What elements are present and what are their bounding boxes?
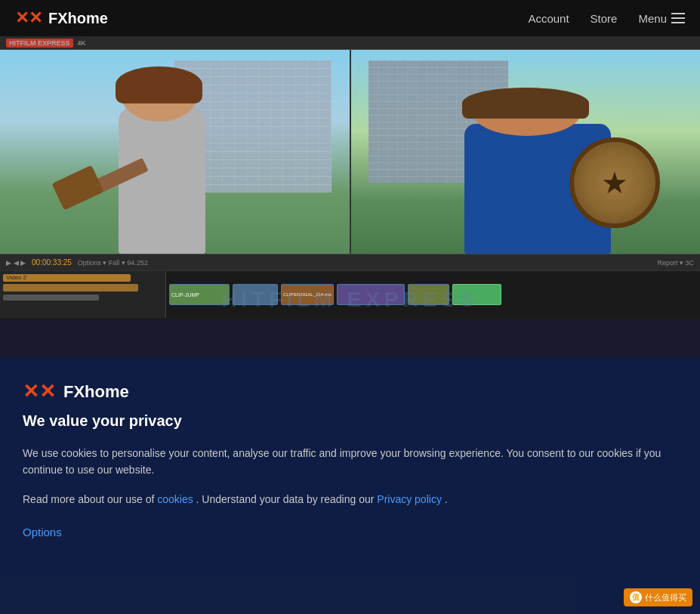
privacy-brand-name: FXhome xyxy=(63,382,129,402)
store-link[interactable]: Store xyxy=(591,12,618,25)
report-option: Report ▾ 3C xyxy=(657,259,694,267)
privacy-logo: ✕✕ FXhome xyxy=(23,380,677,403)
track-labels: Video 2 xyxy=(0,271,166,318)
account-link[interactable]: Account xyxy=(528,12,569,25)
privacy-body: We use cookies to personalise your conte… xyxy=(23,445,677,479)
privacy-title: We value your privacy xyxy=(23,412,677,430)
track-label-1: Video 2 xyxy=(3,274,131,282)
timeline-controls: ▶ ◀ ▶ 00:00:33:25 Options ▾ Fall ▾ 94.25… xyxy=(0,255,700,271)
viewport-left xyxy=(0,50,351,254)
fxhome-logo-icon: ✕✕ xyxy=(15,8,42,28)
hamburger-icon xyxy=(671,13,685,23)
badge-text: 什么值得买 xyxy=(645,592,686,603)
menu-button[interactable]: Menu xyxy=(638,12,685,25)
timeline-icon: ▶ ◀ ▶ xyxy=(6,259,26,267)
viewport-right: ★ xyxy=(351,50,701,254)
nav-brand-name: FXhome xyxy=(48,10,108,27)
links-prefix: Read more about our use of xyxy=(23,493,154,505)
track-label-3 xyxy=(3,295,99,301)
watermark: HITFILM EXPRESS xyxy=(221,288,478,312)
cookies-link[interactable]: cookies xyxy=(157,493,193,505)
person-right: ★ xyxy=(403,81,648,255)
privacy-policy-link[interactable]: Privacy policy xyxy=(377,493,442,505)
links-mid: . Understand your data by reading our xyxy=(196,493,375,505)
badge-icon: 值 xyxy=(630,591,642,603)
shield-star: ★ xyxy=(601,168,628,198)
person-left-torso xyxy=(119,107,205,254)
app-top-bar: HITFILM EXPRESS 4K xyxy=(0,36,700,50)
nav-links: Account Store Menu xyxy=(528,12,685,25)
app-badge-4k: 4K xyxy=(78,39,86,47)
nav-logo[interactable]: ✕✕ FXhome xyxy=(15,8,108,28)
timecode: 00:00:33:25 xyxy=(32,258,72,267)
links-suffix: . xyxy=(445,493,448,505)
shield: ★ xyxy=(569,137,660,228)
hero-area: HITFILM EXPRESS 4K xyxy=(0,36,700,319)
privacy-logo-icon: ✕✕ xyxy=(23,380,56,403)
person-left xyxy=(88,70,245,254)
watermark-badge: 值 什么值得买 xyxy=(624,588,692,606)
hitfilm-screenshot: HITFILM EXPRESS 4K xyxy=(0,36,700,319)
clip-1: CLIP-JUMP xyxy=(169,284,230,305)
track-label-2 xyxy=(3,284,138,292)
timeline-options: Options ▾ Fall ▾ 94.252 xyxy=(78,259,148,267)
app-viewport: ★ xyxy=(0,50,700,254)
navbar: ✕✕ FXhome Account Store Menu xyxy=(0,0,700,36)
privacy-overlay: ✕✕ FXhome We value your privacy We use c… xyxy=(0,357,700,614)
options-button[interactable]: Options xyxy=(23,526,62,538)
hitfilm-badge: HITFILM EXPRESS xyxy=(6,39,73,48)
privacy-links-line: Read more about our use of cookies . Und… xyxy=(23,491,677,508)
